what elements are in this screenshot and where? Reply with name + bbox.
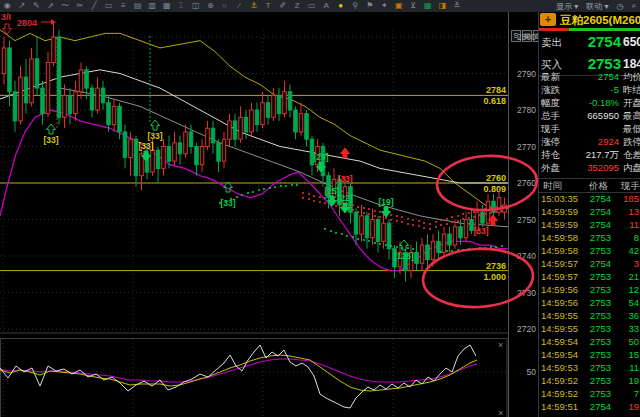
svg-text:[33]: [33] [138, 141, 153, 151]
sales-row[interactable]: 14:59:54275350 [539, 335, 640, 348]
sales-row[interactable]: 14:59:51275419 [539, 400, 640, 413]
toolbar-tool-icon[interactable]: ↗ [15, 0, 30, 12]
toolbar-tool-icon[interactable]: ✎ [29, 0, 44, 12]
sales-row[interactable]: 14:59:5227537 [539, 387, 640, 400]
sale-price: 2753 [590, 335, 611, 348]
sale-price: 2753 [590, 322, 611, 335]
sale-volume: 15 [628, 348, 639, 361]
toolbar-tool-icon[interactable]: ◉ [0, 0, 15, 12]
toolbar-tool-icon[interactable]: ▦ [160, 0, 175, 12]
sales-row[interactable]: 14:59:53275311 [539, 361, 640, 374]
menu-display[interactable]: 显示 ▾ [556, 1, 578, 12]
ask-label: 卖出 [541, 36, 562, 50]
toolbar-tool-icon[interactable]: ▭ [305, 0, 320, 12]
toolbar-tool-icon[interactable]: ⊕ [203, 0, 218, 12]
toolbar-tool-icon[interactable]: ⚲ [348, 0, 363, 12]
sale-time: 14:59:59 [541, 205, 578, 218]
toolbar-tool-icon[interactable]: ○ [218, 0, 233, 12]
sales-row[interactable]: 14:59:5727543 [539, 257, 640, 270]
sales-row[interactable]: 14:59:58275342 [539, 244, 640, 257]
quote-value: 217.7万 [586, 148, 619, 161]
sale-price: 2754 [590, 400, 611, 413]
search-icon[interactable]: ⌕ [632, 1, 636, 11]
sale-volume: 12 [628, 283, 639, 296]
toolbar-tool-icon[interactable]: ◨ [435, 0, 450, 12]
y-axis-tick: 2730 [509, 288, 536, 298]
quote-row: 外盘352095内盘 [539, 161, 640, 174]
sales-row[interactable]: 14:59:52275319 [539, 374, 640, 387]
toolbar-tool-icon[interactable]: Z [290, 0, 305, 12]
ask-size: 650 [623, 35, 640, 49]
toolbar-tool-icon[interactable]: ▤ [131, 0, 146, 12]
toolbar-tool-icon[interactable]: ╱ [87, 0, 102, 12]
toolbar-tool-icon[interactable]: ⁄ [232, 0, 247, 12]
close-subpanel-icon[interactable]: × [498, 340, 503, 350]
toolbar-tool-icon[interactable]: ▦ [421, 0, 436, 12]
sale-volume: 7 [634, 387, 639, 400]
clock-icon[interactable]: ◷ [617, 2, 624, 11]
sale-price: 2753 [590, 309, 611, 322]
toolbar-tool-icon[interactable]: A [319, 0, 334, 12]
sale-volume: 19 [628, 400, 639, 413]
price-chart[interactable]: 27840.61827600.80927361.000[33][33][33][… [0, 12, 508, 417]
toolbar-tool-icon[interactable]: ✐ [276, 0, 291, 12]
add-contract-button[interactable]: + [540, 13, 556, 26]
toolbar-tool-icon[interactable]: ✂ [73, 0, 88, 12]
sale-time: 14:59:53 [541, 361, 578, 374]
sales-row[interactable]: 14:59:54275315 [539, 348, 640, 361]
svg-text:0.618: 0.618 [483, 96, 506, 106]
quote-row: 现手最低 [539, 122, 640, 135]
toolbar-tool-icon[interactable]: ▭ [102, 0, 117, 12]
toolbar-tool-icon[interactable]: 〜 [58, 0, 73, 12]
sale-volume: 33 [628, 322, 639, 335]
sales-row[interactable]: 14:59:5827538 [539, 231, 640, 244]
toolbar-tool-icon[interactable]: ● [334, 0, 349, 12]
toolbar-tool-icon[interactable]: ⚓ [247, 0, 262, 12]
svg-text:[33]: [33] [473, 226, 488, 236]
svg-text:0.809: 0.809 [483, 184, 506, 194]
sales-row[interactable]: 14:59:56275354 [539, 296, 640, 309]
quote-label-2: 开盘 [623, 96, 640, 109]
chart-area[interactable]: 27840.61827600.80927361.000[33][33][33][… [0, 12, 508, 417]
quote-label: 总手 [541, 109, 560, 122]
toolbar-tool-icon[interactable]: ⌶ [174, 0, 189, 12]
sales-row[interactable]: 14:59:56275312 [539, 283, 640, 296]
svg-text:[128]: [128] [394, 251, 414, 261]
toolbar-tool-icon[interactable]: ▣ [392, 0, 407, 12]
quote-row: 最新2754均价▼ [539, 70, 640, 83]
sale-time: 14:59:59 [541, 218, 578, 231]
toolbar-tool-icon[interactable]: ⚑ [363, 0, 378, 12]
sales-row[interactable]: 14:59:55275336 [539, 309, 640, 322]
sub-axis-tick: 50 [509, 367, 536, 377]
sales-row[interactable]: 14:59:57275321 [539, 270, 640, 283]
svg-text:2736: 2736 [486, 261, 506, 271]
quote-label: 涨停 [541, 135, 560, 148]
quote-label-2: 跌停 [623, 135, 640, 148]
sales-row[interactable]: 15:03:352754185 [539, 192, 640, 205]
sale-volume: 36 [628, 309, 639, 322]
toolbar-tool-icon[interactable]: ≚ [450, 0, 465, 12]
toolbar-tool-icon[interactable]: ➚ [44, 0, 59, 12]
quote-label: 持仓 [541, 148, 560, 161]
svg-text:2784: 2784 [486, 85, 506, 95]
menu-link[interactable]: 联动 ▾ [586, 1, 608, 12]
sale-time: 14:59:56 [541, 296, 578, 309]
toolbar-tool-icon[interactable]: ⊻ [406, 0, 421, 12]
toolbar-tool-icon[interactable]: ▥ [145, 0, 160, 12]
sales-row[interactable]: 14:59:59275411 [539, 218, 640, 231]
quote-row: 幅度-0.18%开盘 [539, 96, 640, 109]
toolbar-tool-icon[interactable]: T [261, 0, 276, 12]
close-subpanel-icon[interactable]: × [498, 408, 503, 417]
quote-label-2: 最高 [623, 109, 640, 122]
trading-app-window: { "toolbar": { "icons": [ {"g":"◉","c":"… [0, 0, 640, 417]
sales-row[interactable]: 14:59:55275333 [539, 322, 640, 335]
toolbar-tool-icon[interactable]: ✦ [377, 0, 392, 12]
ask-row[interactable]: 卖出 2754 650 [539, 31, 640, 53]
svg-text:[29]: [29] [313, 152, 328, 162]
svg-text:[22]: [22] [337, 193, 352, 203]
toolbar-tool-icon[interactable]: ◫ [189, 0, 204, 12]
sales-row[interactable]: 14:59:59275413 [539, 205, 640, 218]
quote-value: 2924 [598, 135, 619, 148]
toolbar-tool-icon[interactable]: ≡ [116, 0, 131, 12]
sales-header-col: 价格 [589, 179, 608, 192]
